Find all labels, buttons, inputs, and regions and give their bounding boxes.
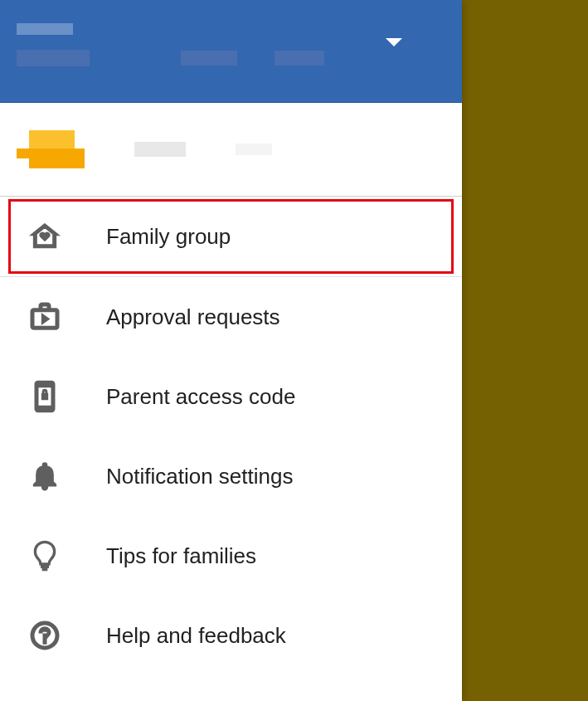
home-heart-icon (28, 220, 61, 253)
menu-label: Family group (106, 224, 231, 250)
header-placeholder (17, 23, 73, 35)
approval-icon (28, 300, 61, 333)
family-link-logo (17, 130, 85, 168)
menu-label: Approval requests (106, 304, 280, 330)
menu-label: Notification settings (106, 464, 293, 489)
logo-row (0, 103, 462, 196)
menu-label: Tips for families (106, 543, 256, 569)
menu-approval-requests[interactable]: Approval requests (0, 277, 462, 357)
logo-placeholder (236, 144, 272, 155)
navigation-drawer: Family group Approval requests Parent ac… (0, 0, 462, 701)
header-placeholder (181, 51, 237, 66)
menu-tips-for-families[interactable]: Tips for families (0, 516, 462, 596)
menu-list: Family group Approval requests Parent ac… (0, 196, 462, 675)
drawer-header (0, 0, 462, 103)
menu-label: Help and feedback (106, 623, 286, 649)
logo-placeholder (134, 142, 186, 157)
help-icon (28, 619, 61, 652)
menu-help-feedback[interactable]: Help and feedback (0, 596, 462, 675)
menu-label: Parent access code (106, 384, 295, 410)
menu-family-group[interactable]: Family group (8, 199, 454, 274)
menu-parent-access-code[interactable]: Parent access code (0, 357, 462, 436)
menu-notification-settings[interactable]: Notification settings (0, 436, 462, 516)
phone-lock-icon (28, 380, 61, 413)
header-placeholder (17, 50, 90, 66)
bell-icon (28, 460, 61, 493)
chevron-down-icon[interactable] (386, 38, 402, 46)
header-row (17, 50, 445, 66)
backdrop (462, 0, 588, 701)
header-placeholder (275, 51, 324, 66)
lightbulb-icon (28, 539, 61, 572)
